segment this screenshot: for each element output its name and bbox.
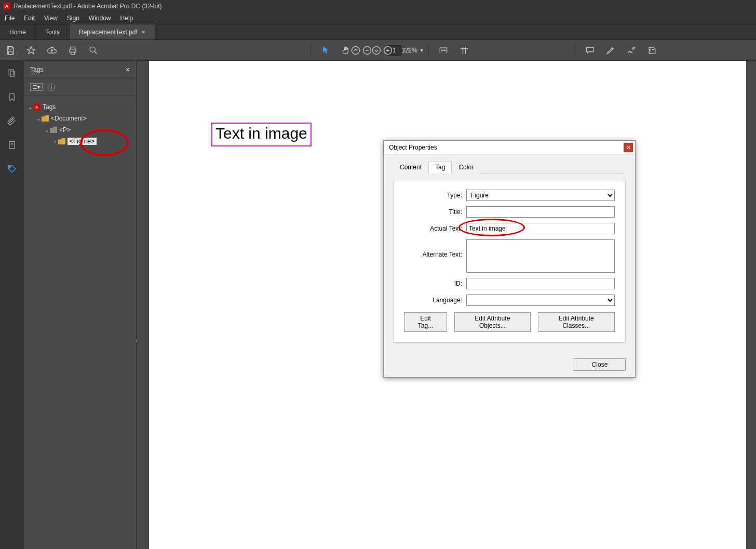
tab-tools-label: Tools <box>45 29 60 36</box>
tag-folder-icon <box>50 127 57 133</box>
tab-home[interactable]: Home <box>0 24 36 39</box>
tab-color[interactable]: Color <box>452 161 480 173</box>
tags-icon[interactable] <box>7 164 17 176</box>
highlight-icon[interactable] <box>602 42 619 59</box>
collapse-handle-icon[interactable]: ◀ <box>137 331 138 350</box>
print-icon[interactable] <box>64 42 81 59</box>
tag-folder-icon <box>58 138 65 144</box>
bookmarks-icon[interactable] <box>7 92 17 104</box>
dialog-title: Object Properties <box>389 144 437 151</box>
type-select[interactable]: Figure <box>466 190 615 201</box>
document-tabs: Home Tools ReplacementText.pdf × <box>0 24 756 40</box>
svg-rect-5 <box>9 70 13 75</box>
zoom-out-icon[interactable] <box>359 42 375 59</box>
language-label: Language: <box>404 297 466 304</box>
comment-icon[interactable] <box>582 42 598 59</box>
nav-rail <box>0 61 24 549</box>
zoom-dropdown-icon[interactable]: ▼ <box>420 48 424 53</box>
tags-panel: Tags × ☰▾ i ⌄ A Tags ⌄ <Document> ⌄ <P> <box>24 61 137 549</box>
fit-page-icon[interactable] <box>456 42 473 59</box>
title-input[interactable] <box>466 206 615 218</box>
close-button[interactable]: Close <box>574 358 626 371</box>
edit-attribute-classes-button[interactable]: Edit Attribute Classes... <box>538 312 615 332</box>
cloud-icon[interactable] <box>44 42 60 59</box>
type-label: Type: <box>404 192 466 199</box>
id-input[interactable] <box>466 278 615 289</box>
caret-icon[interactable]: ⌄ <box>44 127 50 133</box>
caret-icon[interactable]: ⌄ <box>27 104 33 110</box>
actual-text-input[interactable] <box>466 223 615 234</box>
object-properties-dialog: Object Properties ✕ Content Tag Color Ty… <box>383 140 636 378</box>
caret-icon[interactable]: › <box>52 139 58 144</box>
language-select[interactable] <box>466 294 615 306</box>
tree-p-label: <P> <box>59 126 71 133</box>
figure-element[interactable]: Text in image <box>211 123 312 146</box>
actual-text-label: Actual Text: <box>404 225 466 232</box>
window-title: ReplacementText.pdf - Adobe Acrobat Pro … <box>14 3 161 10</box>
svg-point-8 <box>9 166 11 168</box>
layers-icon[interactable] <box>7 140 17 152</box>
menubar: File Edit View Sign Window Help <box>0 12 756 24</box>
figure-text: Text in image <box>215 125 307 142</box>
menu-edit[interactable]: Edit <box>19 12 39 24</box>
svg-rect-6 <box>10 71 15 76</box>
sign-icon[interactable] <box>623 42 640 59</box>
thumbnails-icon[interactable] <box>7 68 17 81</box>
titlebar: A ReplacementText.pdf - Adobe Acrobat Pr… <box>0 0 756 12</box>
alternate-text-input[interactable] <box>466 239 615 273</box>
tab-content[interactable]: Content <box>393 161 428 173</box>
menu-file[interactable]: File <box>0 12 19 24</box>
close-icon[interactable]: × <box>142 29 145 36</box>
tree-figure-label[interactable]: <Figure> <box>68 138 97 145</box>
tree-document-label: <Document> <box>51 115 87 122</box>
tab-document[interactable]: ReplacementText.pdf × <box>70 24 155 39</box>
tab-document-label: ReplacementText.pdf <box>79 29 138 36</box>
edit-tag-button[interactable]: Edit Tag... <box>404 312 447 332</box>
zoom-level: 122% <box>401 47 417 54</box>
hand-icon[interactable] <box>338 42 355 59</box>
attachments-icon[interactable] <box>7 116 17 128</box>
pointer-icon[interactable] <box>317 42 334 59</box>
edit-attribute-objects-button[interactable]: Edit Attribute Objects... <box>454 312 531 332</box>
tab-home-label: Home <box>9 29 26 36</box>
close-icon[interactable]: × <box>126 65 130 74</box>
tree-root-label: Tags <box>43 103 56 111</box>
menu-help[interactable]: Help <box>116 12 138 24</box>
star-icon[interactable] <box>23 42 39 59</box>
tags-panel-title: Tags <box>30 66 43 73</box>
alternate-text-label: Alternate Text: <box>404 239 466 258</box>
pdf-root-icon: A <box>33 103 40 111</box>
main-toolbar: / 1 122% ▼ <box>0 40 756 61</box>
id-label: ID: <box>404 280 466 287</box>
tab-tag[interactable]: Tag <box>428 161 452 173</box>
zoom-in-icon[interactable] <box>380 42 396 59</box>
tab-tools[interactable]: Tools <box>36 24 70 39</box>
caret-icon[interactable]: ⌄ <box>35 116 42 122</box>
tag-folder-icon <box>42 115 49 122</box>
search-icon[interactable] <box>85 42 102 59</box>
more-tools-icon[interactable] <box>644 42 660 59</box>
title-label: Title: <box>404 208 466 216</box>
tags-tree[interactable]: ⌄ A Tags ⌄ <Document> ⌄ <P> › <Figure> <box>24 96 136 152</box>
fit-width-icon[interactable] <box>435 42 452 59</box>
menu-sign[interactable]: Sign <box>62 12 84 24</box>
app-icon: A <box>3 3 10 10</box>
close-icon[interactable]: ✕ <box>624 143 633 152</box>
save-icon[interactable] <box>2 42 19 59</box>
svg-point-0 <box>90 47 95 52</box>
tags-options-icon[interactable]: ☰▾ <box>30 83 43 91</box>
menu-view[interactable]: View <box>39 12 62 24</box>
dialog-tabstrip: Content Tag Color <box>393 160 626 173</box>
menu-window[interactable]: Window <box>84 12 116 24</box>
tags-info-icon[interactable]: i <box>48 84 55 91</box>
